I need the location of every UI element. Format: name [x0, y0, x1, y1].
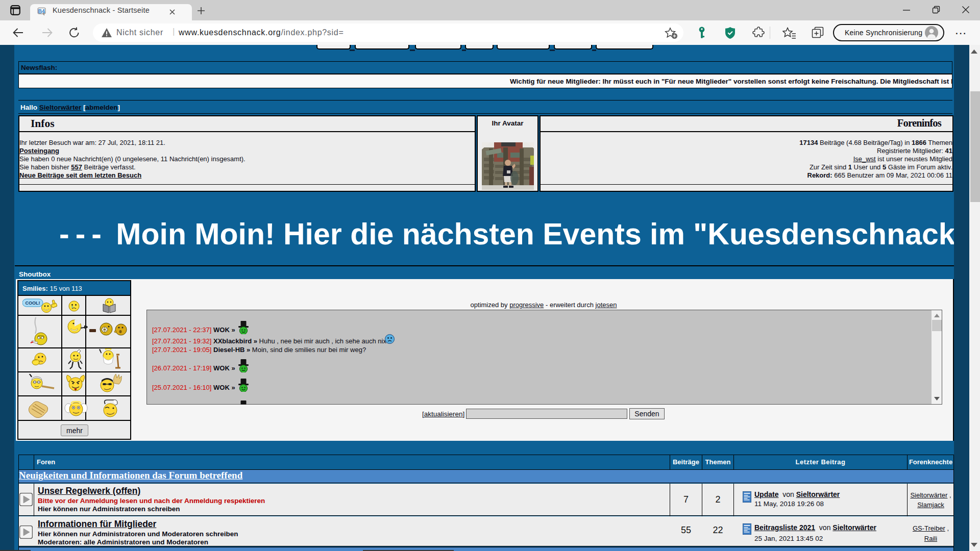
svg-text:B4: B4 [38, 8, 45, 14]
svg-text:COOL!: COOL! [26, 300, 40, 306]
